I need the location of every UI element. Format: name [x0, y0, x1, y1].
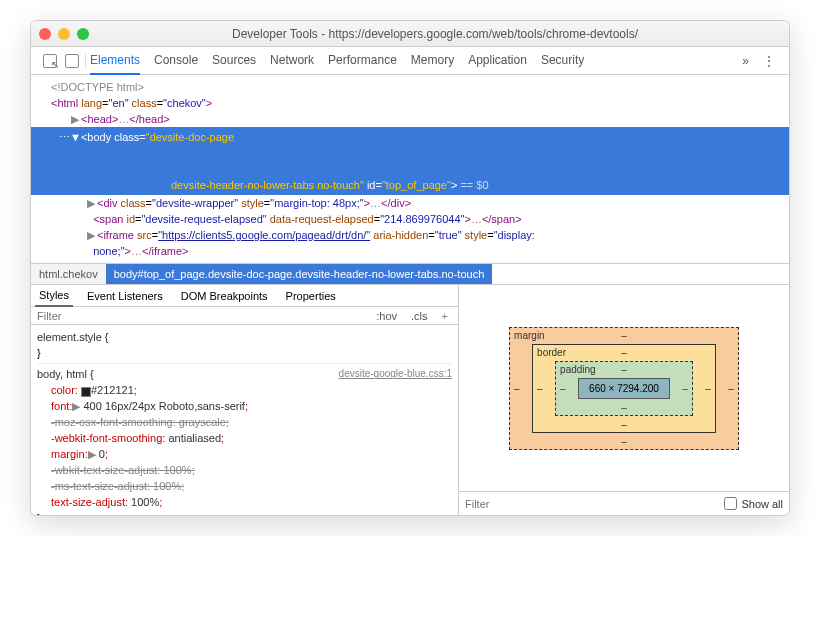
dom-iframe-2[interactable]: none;">…</iframe>	[31, 243, 789, 259]
styles-filter-input[interactable]	[37, 310, 372, 322]
crumb-html[interactable]: html.chekov	[31, 264, 106, 284]
hov-chip[interactable]: :hov	[372, 309, 401, 323]
tab-sources[interactable]: Sources	[212, 47, 256, 74]
showall-checkbox[interactable]: Show all	[724, 497, 783, 510]
styles-filter-row: :hov .cls +	[31, 307, 458, 325]
styles-rules[interactable]: element.style { } devsite-google-blue.cs…	[31, 325, 458, 515]
subtab-listeners[interactable]: Event Listeners	[83, 286, 167, 306]
tab-network[interactable]: Network	[270, 47, 314, 74]
devtools-window: Developer Tools - https://developers.goo…	[30, 20, 790, 516]
traffic-lights	[39, 28, 89, 40]
menu-icon[interactable]: ⋮	[755, 54, 783, 68]
subtab-properties[interactable]: Properties	[282, 286, 340, 306]
body-html-rule[interactable]: body, html {	[37, 368, 94, 380]
dom-iframe[interactable]: ▶<iframe src="https://clients5.google.co…	[31, 227, 789, 243]
dom-body-selected[interactable]: ⋯▼<body class="devsite-doc-page devsite-…	[31, 127, 789, 195]
computed-filter-row: Show all	[459, 491, 789, 515]
overflow-icon[interactable]: »	[736, 54, 755, 68]
tab-performance[interactable]: Performance	[328, 47, 397, 74]
crumb-body[interactable]: body#top_of_page.devsite-doc-page.devsit…	[106, 264, 493, 284]
subtab-breakpoints[interactable]: DOM Breakpoints	[177, 286, 272, 306]
zoom-icon[interactable]	[77, 28, 89, 40]
subtab-styles[interactable]: Styles	[35, 285, 73, 307]
device-icon[interactable]	[65, 54, 79, 68]
dom-div[interactable]: ▶<div class="devsite-wrapper" style="mar…	[31, 195, 789, 211]
swatch-icon[interactable]	[81, 387, 91, 397]
styles-subtabs: Styles Event Listeners DOM Breakpoints P…	[31, 285, 458, 307]
bottom-panels: Styles Event Listeners DOM Breakpoints P…	[31, 285, 789, 515]
cls-chip[interactable]: .cls	[407, 309, 432, 323]
prop-margin[interactable]: margin:▶ 0;	[37, 446, 452, 462]
dom-doctype[interactable]: <!DOCTYPE html>	[31, 79, 789, 95]
inspect-icon[interactable]: ↖	[43, 54, 57, 68]
breadcrumbs: html.chekov body#top_of_page.devsite-doc…	[31, 263, 789, 285]
dom-span[interactable]: <span id="devsite-request-elapsed" data-…	[31, 211, 789, 227]
prop-webkit-smooth[interactable]: -webkit-font-smoothing: antialiased;	[37, 430, 452, 446]
window-title: Developer Tools - https://developers.goo…	[89, 27, 781, 41]
dom-html[interactable]: <html lang="en" class="chekov">	[31, 95, 789, 111]
computed-panel: margin – – – – border – – – – padding	[459, 285, 789, 515]
styles-panel: Styles Event Listeners DOM Breakpoints P…	[31, 285, 459, 515]
tab-memory[interactable]: Memory	[411, 47, 454, 74]
main-tabs: Elements Console Sources Network Perform…	[90, 47, 736, 74]
tab-elements[interactable]: Elements	[90, 47, 140, 75]
add-rule-icon[interactable]: +	[438, 309, 452, 323]
dom-tree[interactable]: <!DOCTYPE html> <html lang="en" class="c…	[31, 75, 789, 263]
prop-ms-tsa[interactable]: -ms-text-size-adjust: 100%;	[37, 478, 452, 494]
prop-moz-smooth[interactable]: -moz-osx-font-smoothing: grayscale;	[37, 414, 452, 430]
prop-tsa[interactable]: text-size-adjust: 100%;	[37, 494, 452, 510]
computed-filter-input[interactable]	[465, 498, 724, 510]
prop-font[interactable]: font:▶ 400 16px/24px Roboto,sans-serif;	[37, 398, 452, 414]
dom-head[interactable]: ▶<head>…</head>	[31, 111, 789, 127]
box-model[interactable]: margin – – – – border – – – – padding	[459, 285, 789, 491]
close-icon[interactable]	[39, 28, 51, 40]
box-content: 660 × 7294.200	[578, 378, 670, 399]
prop-wbkit-tsa[interactable]: -wbkit-text-size-adjust: 100%;	[37, 462, 452, 478]
main-toolbar: ↖ Elements Console Sources Network Perfo…	[31, 47, 789, 75]
tab-application[interactable]: Application	[468, 47, 527, 74]
prop-color[interactable]: color: #212121;	[37, 382, 452, 398]
tab-security[interactable]: Security	[541, 47, 584, 74]
minimize-icon[interactable]	[58, 28, 70, 40]
element-style-rule[interactable]: element.style {	[37, 329, 452, 345]
titlebar: Developer Tools - https://developers.goo…	[31, 21, 789, 47]
tab-console[interactable]: Console	[154, 47, 198, 74]
rule-source[interactable]: devsite-google-blue.css:1	[339, 366, 452, 382]
